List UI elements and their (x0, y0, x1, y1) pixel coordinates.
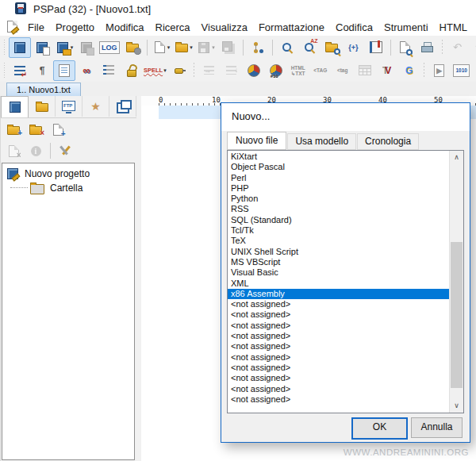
scroll-up-icon[interactable]: ∧ (450, 151, 463, 164)
search-icon[interactable] (276, 37, 298, 58)
list-item[interactable]: Visual Basic (228, 267, 450, 278)
remove-file-icon[interactable]: × (2, 140, 25, 161)
google-search-icon[interactable]: G (398, 60, 420, 81)
list-item[interactable]: <not assigned> (228, 309, 450, 320)
menu-item-codifica[interactable]: Codifica (330, 20, 378, 35)
tree-item-folder[interactable]: Cartella (10, 181, 134, 195)
open-project-icon[interactable]: ▾ (53, 37, 75, 58)
undo-icon[interactable]: ↶ (447, 37, 469, 58)
tidy-validator-icon[interactable] (376, 60, 398, 81)
list-item[interactable]: Object Pascal (228, 162, 450, 172)
list-item[interactable]: KiXtart (228, 152, 450, 162)
code-explorer-icon[interactable] (247, 37, 269, 58)
list-item[interactable]: <not assigned> (228, 394, 450, 405)
listbox-scrollbar[interactable]: ∧ ∨ (449, 151, 463, 413)
list-item[interactable]: <not assigned> (228, 373, 450, 383)
tree-item-project[interactable]: Nuovo progetto (6, 167, 134, 181)
list-item[interactable]: <not assigned> (228, 299, 450, 309)
open-file-icon[interactable]: ▾ (173, 37, 195, 58)
chevron-down-icon[interactable]: ▾ (190, 44, 193, 51)
chevron-down-icon[interactable]: ▾ (163, 67, 167, 74)
list-item[interactable]: UNIX Shell Script (228, 247, 450, 257)
menu-item-ricerca[interactable]: Ricerca (150, 20, 196, 35)
goto-line-icon[interactable]: {+} (343, 37, 365, 58)
tab-files-icon[interactable] (29, 96, 56, 117)
search-replace-icon[interactable]: AZ (298, 37, 321, 58)
scroll-down-icon[interactable]: ∨ (450, 399, 463, 413)
menu-item-strumenti[interactable]: Strumenti (378, 20, 434, 35)
list-item[interactable]: RSS (228, 204, 450, 214)
run-script-icon[interactable]: ▶ (428, 60, 451, 81)
dialog-tab-cronologia[interactable]: Cronologia (357, 133, 419, 150)
list-item[interactable]: <not assigned> (228, 331, 450, 341)
list-item[interactable]: <not assigned> (228, 352, 450, 363)
document-tab-active[interactable]: 1.. Nuovo1.txt (6, 83, 81, 96)
html-to-text-icon[interactable]: HTML ↳TXT (287, 60, 309, 81)
project-settings-icon[interactable] (121, 37, 144, 58)
ok-button[interactable]: OK (351, 417, 408, 440)
ascii-code-icon[interactable]: #10 (265, 60, 287, 81)
tab-windows-icon[interactable] (109, 96, 136, 117)
list-item[interactable]: <not assigned> (228, 321, 450, 331)
tab-favorites-icon[interactable]: ★ (83, 96, 109, 117)
list-item[interactable]: <not assigned> (228, 363, 450, 373)
search-in-files-icon[interactable] (321, 37, 343, 58)
save-project-icon[interactable] (75, 37, 98, 58)
menu-item-modifica[interactable]: Modifica (100, 20, 149, 35)
pin-file-icon[interactable] (168, 60, 190, 81)
dialog-tab-usa-modello[interactable]: Usa modello (287, 133, 356, 150)
tab-ftp-icon[interactable] (56, 96, 83, 117)
menu-item-formattazione[interactable]: Formattazione (253, 20, 330, 35)
line-numbers-icon[interactable] (98, 60, 120, 81)
tab-project-icon[interactable] (1, 96, 29, 117)
spell-check-icon[interactable]: SPELL▾ (142, 60, 168, 81)
save-all-icon[interactable] (217, 37, 240, 58)
special-chars-icon[interactable] (53, 60, 75, 81)
console-icon[interactable]: C:\ (473, 60, 476, 81)
list-item[interactable]: XML (228, 279, 450, 289)
list-item[interactable]: MS VBScript (228, 257, 450, 267)
tag-lowercase-icon[interactable]: <tag (332, 60, 354, 81)
list-item[interactable]: x86 Assembly (228, 289, 450, 299)
print-preview-icon[interactable] (394, 37, 416, 58)
list-item[interactable]: Python (228, 194, 450, 204)
info-icon[interactable] (25, 140, 47, 161)
word-wrap-icon[interactable] (9, 60, 31, 81)
menu-item-file[interactable]: File (22, 20, 50, 35)
list-item[interactable]: Tcl/Tk (228, 225, 450, 236)
ascii-chart-icon[interactable] (243, 60, 265, 81)
remove-folder-icon[interactable]: × (25, 119, 47, 140)
scrollbar-thumb[interactable] (451, 242, 463, 388)
menu-item-configu[interactable]: Configu (473, 20, 476, 35)
menu-item-visualizza[interactable]: Visualizza (196, 20, 253, 35)
menu-item-progetto[interactable]: Progetto (50, 20, 100, 35)
dialog-tab-nuovo-file[interactable]: Nuovo file (227, 132, 286, 150)
new-project-icon[interactable] (9, 37, 31, 58)
tag-uppercase-icon[interactable]: <TAG (309, 60, 332, 81)
print-icon[interactable] (416, 37, 439, 58)
html-table-icon[interactable] (354, 60, 376, 81)
save-file-icon[interactable]: ▾ (195, 37, 217, 58)
cancel-button[interactable]: Annulla (411, 417, 463, 438)
menu-item-html[interactable]: HTML (434, 20, 473, 35)
new-file-icon[interactable]: ▾ (151, 37, 173, 58)
dialog-title-bar[interactable]: Nuovo... (221, 103, 470, 131)
chevron-down-icon[interactable]: ▾ (212, 44, 215, 51)
list-item[interactable]: <not assigned> (228, 341, 450, 352)
add-folder-icon[interactable]: + (2, 119, 25, 140)
list-item[interactable]: Perl (228, 173, 450, 183)
project-copy-icon[interactable] (31, 37, 53, 58)
add-file-icon[interactable]: + (47, 119, 69, 140)
log-icon[interactable]: LOG (98, 37, 121, 58)
list-item[interactable]: PHP (228, 183, 450, 194)
binary-view-icon[interactable]: 1010 (451, 60, 473, 81)
list-item[interactable]: <not assigned> (228, 384, 450, 394)
lock-file-icon[interactable] (120, 60, 142, 81)
show-paragraph-icon[interactable]: ¶ (31, 60, 53, 81)
chevron-down-icon[interactable]: ▾ (167, 44, 171, 51)
project-tools-icon[interactable] (54, 140, 76, 161)
sort-lines-icon[interactable] (221, 60, 243, 81)
list-item[interactable]: TeX (228, 236, 450, 246)
syntax-highlighter-icon[interactable]: ∞ (75, 60, 98, 81)
redo-icon[interactable]: ↷ (469, 37, 476, 58)
